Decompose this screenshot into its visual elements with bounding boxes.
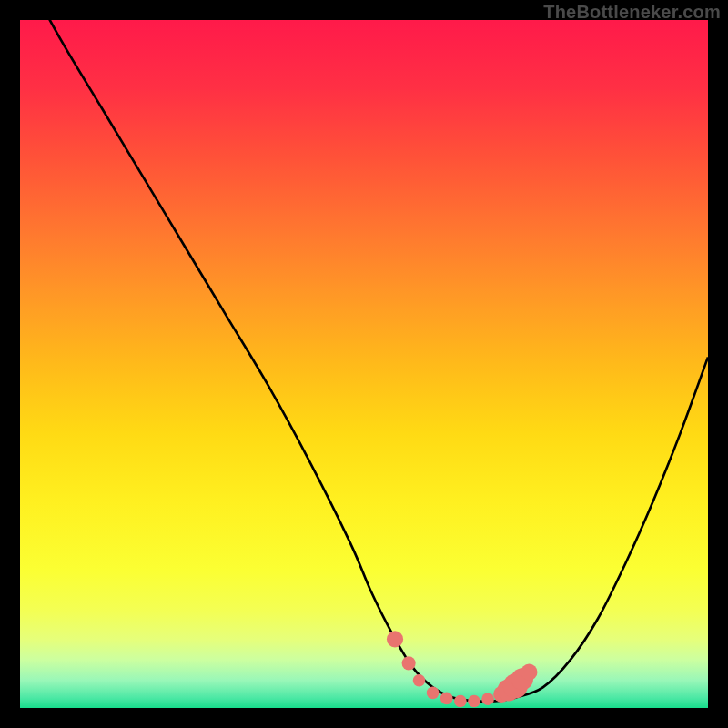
highlight-markers	[387, 631, 538, 707]
highlight-marker	[387, 631, 403, 647]
highlight-marker	[413, 674, 426, 687]
highlight-marker	[427, 687, 440, 700]
curve-layer	[20, 20, 708, 708]
highlight-marker	[468, 695, 480, 708]
chart-frame: TheBottleneker.com	[0, 0, 728, 728]
highlight-marker	[454, 695, 467, 708]
highlight-marker	[481, 693, 494, 705]
plot-area	[20, 20, 708, 708]
bottleneck-curve	[20, 20, 708, 702]
watermark-text: TheBottleneker.com	[543, 2, 721, 23]
highlight-marker	[440, 693, 453, 705]
highlight-marker	[402, 656, 416, 670]
highlight-marker	[521, 664, 537, 681]
